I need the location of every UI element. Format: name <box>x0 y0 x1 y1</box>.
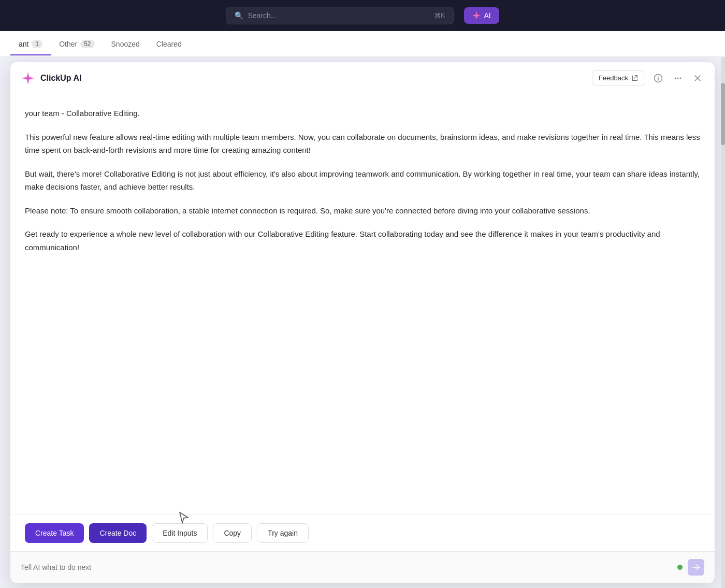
content-paragraph-1: your team - Collaborative Editing. <box>25 107 700 120</box>
create-doc-button[interactable]: Create Doc <box>89 523 147 543</box>
ai-chat-input[interactable] <box>21 563 672 571</box>
panel-content[interactable]: your team - Collaborative Editing. This … <box>10 94 715 514</box>
svg-point-3 <box>680 77 682 79</box>
content-paragraph-3: But wait, there's more! Collaborative Ed… <box>25 167 700 194</box>
more-options-button[interactable] <box>671 71 685 85</box>
content-paragraph-4: Please note: To ensure smooth collaborat… <box>25 204 700 218</box>
content-text: your team - Collaborative Editing. This … <box>25 107 700 254</box>
content-paragraph-5: Get ready to experience a whole new leve… <box>25 227 700 254</box>
status-indicator <box>677 565 683 570</box>
close-icon <box>693 74 702 83</box>
background-area: ClickUp AI Feedback <box>0 57 725 588</box>
tabs-row: ant 1 Other 52 Snoozed Cleared <box>0 31 725 57</box>
create-task-button[interactable]: Create Task <box>25 523 84 543</box>
tab-other-badge: 52 <box>80 40 94 48</box>
tab-snoozed[interactable]: Snoozed <box>103 33 148 55</box>
top-bar: 🔍 Search... ⌘K AI <box>0 0 725 31</box>
send-icon <box>692 563 700 571</box>
copy-button[interactable]: Copy <box>213 523 252 543</box>
feedback-button[interactable]: Feedback <box>592 70 645 85</box>
keyboard-shortcut: ⌘K <box>434 12 445 19</box>
edit-inputs-button[interactable]: Edit Inputs <box>152 523 208 543</box>
tab-ant[interactable]: ant 1 <box>10 33 51 55</box>
action-buttons: Create Task Create Doc Edit Inputs Copy … <box>10 514 715 551</box>
search-icon: 🔍 <box>235 11 243 20</box>
ai-button-label: AI <box>484 11 490 20</box>
more-options-icon <box>673 74 683 83</box>
info-button[interactable] <box>651 71 665 85</box>
close-button[interactable] <box>691 71 704 85</box>
svg-point-1 <box>675 77 676 79</box>
panel-header: ClickUp AI Feedback <box>10 62 715 94</box>
panel-header-actions: Feedback <box>592 70 704 85</box>
scrollbar[interactable] <box>721 57 725 588</box>
panel-title: ClickUp AI <box>40 74 81 83</box>
tab-other[interactable]: Other 52 <box>51 33 103 55</box>
ai-button[interactable]: AI <box>464 7 499 24</box>
try-again-button[interactable]: Try again <box>257 523 309 543</box>
search-placeholder: Search... <box>248 11 277 20</box>
content-paragraph-2: This powerful new feature allows real-ti… <box>25 131 700 157</box>
svg-point-2 <box>677 77 679 79</box>
tab-ant-badge: 1 <box>32 40 42 48</box>
scrollbar-thumb[interactable] <box>721 83 725 145</box>
ai-star-icon <box>472 11 481 20</box>
search-bar[interactable]: 🔍 Search... ⌘K <box>226 7 454 24</box>
info-icon <box>654 74 663 83</box>
external-link-icon <box>631 75 639 82</box>
tab-cleared[interactable]: Cleared <box>148 33 190 55</box>
clickup-ai-logo: ClickUp AI <box>21 71 81 85</box>
clickup-star-icon <box>21 71 35 85</box>
ai-panel: ClickUp AI Feedback <box>10 62 715 583</box>
input-area <box>10 551 715 583</box>
send-button[interactable] <box>688 559 704 576</box>
